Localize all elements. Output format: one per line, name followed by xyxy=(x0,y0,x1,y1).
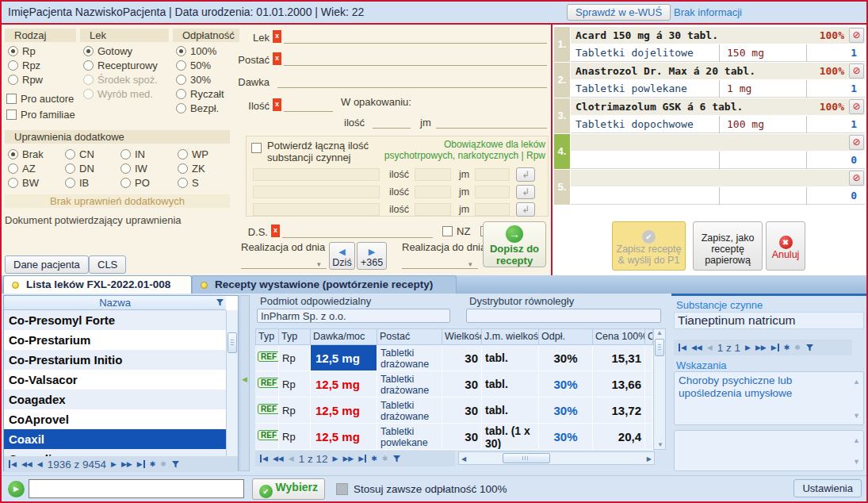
first-page-icon[interactable]: ◀ xyxy=(679,344,686,351)
radio-dn[interactable]: DN xyxy=(65,163,94,175)
scrollbar-thumb[interactable] xyxy=(503,453,550,463)
checkbox-pro-auctore[interactable]: Pro auctore xyxy=(6,93,74,105)
scrollbar-thumb[interactable] xyxy=(655,339,664,356)
fast-prev-icon[interactable]: ◀◀ xyxy=(21,460,33,468)
radio-in[interactable]: IN xyxy=(120,148,145,160)
radio-50[interactable]: 50% xyxy=(176,60,211,71)
radio-az[interactable]: AZ xyxy=(8,163,36,175)
scroll-up-icon[interactable]: ▲ xyxy=(853,375,860,388)
substancja-transfer-button-1[interactable]: ↲ xyxy=(516,167,535,182)
prev-page-icon[interactable]: ◀ xyxy=(707,344,713,351)
radio-iw[interactable]: IW xyxy=(120,163,147,175)
last-page-icon[interactable]: ▶ xyxy=(137,460,145,468)
radio-30[interactable]: 30% xyxy=(176,74,211,86)
radio-gotowy[interactable]: Gotowy xyxy=(83,45,132,57)
substancja-transfer-button-2[interactable]: ↲ xyxy=(516,185,535,199)
ilosc-input[interactable] xyxy=(284,99,333,112)
cell-dawka[interactable]: 12,5 mg xyxy=(311,371,377,397)
checkbox-nz[interactable]: NZ xyxy=(442,225,470,237)
fast-next-icon[interactable]: ▶▶ xyxy=(755,344,767,351)
chevron-down-icon[interactable]: ▾ xyxy=(317,260,321,268)
drug-list-item[interactable]: Co-Valsacor xyxy=(4,370,226,390)
dzis-button[interactable]: ◀Dziś xyxy=(329,242,355,270)
dystrybutor-input[interactable] xyxy=(466,309,661,323)
substancja-jm-input-1[interactable] xyxy=(475,168,510,181)
recepta-item-3[interactable]: 3. Clotrimazolum GSK á 6 tabl. 100% ⊘ Ta… xyxy=(554,98,865,133)
dopisz-do-recepty-button[interactable]: → Dopisz do recepty xyxy=(483,221,546,267)
remove-item-button[interactable]: ⊘ xyxy=(849,171,864,186)
first-page-icon[interactable]: ◀ xyxy=(260,455,268,463)
prev-page-icon[interactable]: ◀ xyxy=(37,460,43,468)
play-icon[interactable]: ▶ xyxy=(8,481,25,497)
cell-dawka-selected[interactable]: 12,5 mg xyxy=(311,345,377,371)
opak-jm-input[interactable] xyxy=(436,116,547,129)
filter-icon[interactable] xyxy=(171,460,180,469)
radio-recepturowy[interactable]: Recepturowy xyxy=(83,60,158,71)
fast-prev-icon[interactable]: ◀◀ xyxy=(691,344,702,351)
dawka-input[interactable] xyxy=(277,75,547,88)
radio-brak[interactable]: Brak xyxy=(8,148,44,160)
radio-bezpl[interactable]: Bezpł. xyxy=(176,102,219,114)
next-page-icon[interactable]: ▶ xyxy=(111,460,117,468)
realizacja-od-input[interactable] xyxy=(241,256,327,269)
potwierdz-checkbox[interactable] xyxy=(251,143,262,153)
cell-dawka[interactable]: 12,5 mg xyxy=(311,397,377,423)
tab-recepty-wystawione[interactable]: Recepty wystawione (powtórzenie recepty) xyxy=(192,275,457,294)
next-page-icon[interactable]: ▶ xyxy=(745,344,751,351)
radio-cn[interactable]: CN xyxy=(65,148,94,160)
fast-prev-icon[interactable]: ◀◀ xyxy=(273,455,284,463)
radio-s[interactable]: S xyxy=(178,177,199,189)
radio-zk[interactable]: ZK xyxy=(178,163,205,175)
substancja-jm-input-2[interactable] xyxy=(475,186,510,198)
insert-icon[interactable]: ✱ xyxy=(150,460,156,468)
fast-next-icon[interactable]: ▶▶ xyxy=(342,455,354,463)
dane-pacjenta-button[interactable]: Dane pacjenta xyxy=(5,255,89,274)
panel-splitter[interactable]: ◀ xyxy=(239,295,250,471)
scroll-up-icon[interactable]: ▲ xyxy=(853,434,860,447)
table-row[interactable]: REF Rp 12,5 mg Tabletki drażowane 30 tab… xyxy=(255,397,666,424)
lek-input[interactable] xyxy=(284,31,547,44)
substancja-input-3[interactable] xyxy=(253,203,380,216)
drug-list-item[interactable]: Coagadex xyxy=(4,390,226,409)
next-page-icon[interactable]: ▶ xyxy=(332,455,338,463)
quick-search-input[interactable] xyxy=(29,479,244,498)
radio-bw[interactable]: BW xyxy=(8,177,39,189)
table-scrollbar[interactable]: ▲ ▼ xyxy=(653,328,666,450)
filter-icon[interactable] xyxy=(216,298,224,307)
scrollbar-thumb[interactable] xyxy=(228,332,237,353)
postac-input[interactable] xyxy=(284,53,547,66)
cell-dawka[interactable]: 12,5 mg xyxy=(311,424,377,449)
last-page-icon[interactable]: ▶ xyxy=(358,455,366,463)
recepta-item-1[interactable]: 1. Acard 150 mg á 30 tabl. 100% ⊘ Tablet… xyxy=(554,27,865,62)
radio-ib[interactable]: IB xyxy=(65,177,89,189)
radio-rpz[interactable]: Rpz xyxy=(8,60,40,71)
stosuj-checkbox[interactable] xyxy=(336,483,348,495)
col-header[interactable]: Odpł. xyxy=(539,328,593,345)
checkbox-pro-familiae[interactable]: Pro familiae xyxy=(6,109,75,121)
col-header[interactable]: Dawka/moc xyxy=(311,328,377,345)
scroll-down-icon[interactable]: ▼ xyxy=(853,409,860,422)
scroll-down-icon[interactable]: ▼ xyxy=(657,441,663,448)
zapisz-wyslij-p1-button[interactable]: ✔ Zapisz receptę & wyślij do P1 xyxy=(612,221,686,271)
remove-item-button[interactable]: ⊘ xyxy=(849,28,864,43)
col-header[interactable]: J.m. wielkości xyxy=(482,328,539,345)
col-header[interactable]: C xyxy=(645,328,653,345)
radio-rp[interactable]: Rp xyxy=(8,45,36,57)
filter-icon[interactable] xyxy=(805,344,814,352)
scroll-right-icon[interactable]: ▶ xyxy=(647,455,652,463)
table-row[interactable]: REF Rp 12,5 mg Tabletki powlekane 30 tab… xyxy=(255,424,666,450)
radio-100[interactable]: 100% xyxy=(176,45,216,57)
drug-list-scrollbar[interactable] xyxy=(226,310,238,456)
ewus-check-button[interactable]: Sprawdź w e-WUŚ xyxy=(567,4,671,21)
first-page-icon[interactable]: ◀ xyxy=(9,460,17,468)
substancja-ilosc-input-2[interactable] xyxy=(415,186,451,198)
drug-list-item-selected[interactable]: Coaxil xyxy=(4,429,226,449)
substancja-transfer-button-3[interactable]: ↲ xyxy=(516,202,535,217)
remove-item-button[interactable]: ⊘ xyxy=(849,135,864,150)
wybierz-button[interactable]: ✔ Wybierz xyxy=(252,478,325,500)
col-header[interactable]: Wielkość xyxy=(442,328,482,345)
podmiot-input[interactable] xyxy=(257,309,450,323)
realizacja-do-input[interactable] xyxy=(402,256,478,269)
wskazania-box[interactable]: Choroby psychiczne lub upośledzenia umys… xyxy=(674,371,864,425)
substancja-input-1[interactable] xyxy=(253,168,380,181)
